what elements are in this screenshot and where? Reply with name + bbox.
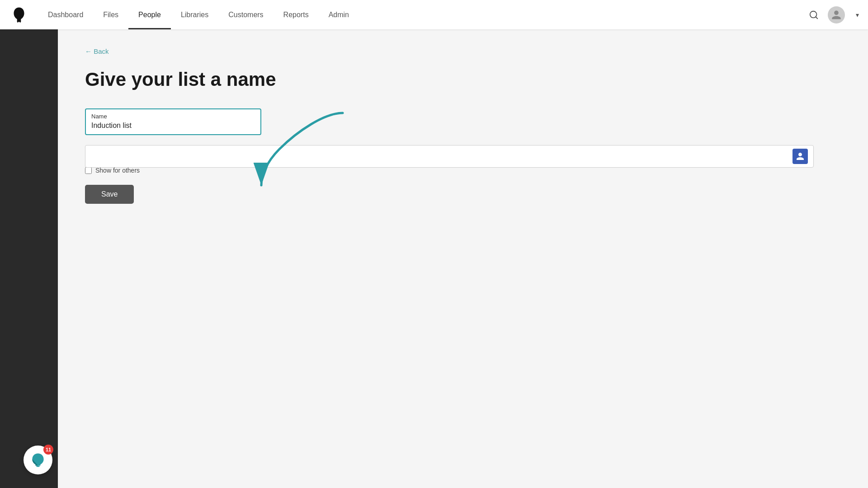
full-input-row — [85, 145, 814, 168]
nav-item-dashboard[interactable]: Dashboard — [38, 0, 93, 29]
nav-item-libraries[interactable]: Libraries — [171, 0, 218, 29]
form-container: Name Show for others Save — [85, 108, 841, 204]
user-icon-badge[interactable] — [793, 149, 808, 164]
name-field-wrapper: Name — [85, 108, 261, 135]
notification-count: 11 — [43, 445, 53, 455]
nav-item-people[interactable]: People — [128, 0, 171, 29]
name-input[interactable] — [91, 122, 255, 130]
main-content: ← Back Give your list a name Name — [58, 29, 868, 488]
show-for-others-row: Show for others — [85, 167, 841, 174]
nav-links: Dashboard Files People Libraries Custome… — [38, 0, 809, 29]
nav-item-files[interactable]: Files — [93, 0, 128, 29]
nav-search-area: ▾ — [809, 6, 859, 23]
avatar[interactable] — [828, 6, 845, 23]
navbar: Dashboard Files People Libraries Custome… — [0, 0, 868, 29]
show-for-others-checkbox[interactable] — [85, 167, 92, 174]
sidebar — [0, 29, 58, 488]
svg-rect-3 — [36, 466, 39, 467]
back-link[interactable]: ← Back — [85, 47, 109, 55]
page-title: Give your list a name — [85, 69, 841, 90]
nav-item-admin[interactable]: Admin — [319, 0, 359, 29]
name-label: Name — [91, 113, 255, 120]
nav-item-customers[interactable]: Customers — [218, 0, 273, 29]
chevron-down-icon[interactable]: ▾ — [856, 11, 859, 19]
app-logo[interactable] — [9, 5, 29, 25]
save-button[interactable]: Save — [85, 185, 134, 204]
search-icon[interactable] — [809, 10, 819, 20]
show-for-others-label: Show for others — [95, 167, 140, 174]
nav-item-reports[interactable]: Reports — [274, 0, 319, 29]
notification-widget[interactable]: 11 — [24, 446, 52, 474]
svg-line-1 — [816, 17, 817, 19]
